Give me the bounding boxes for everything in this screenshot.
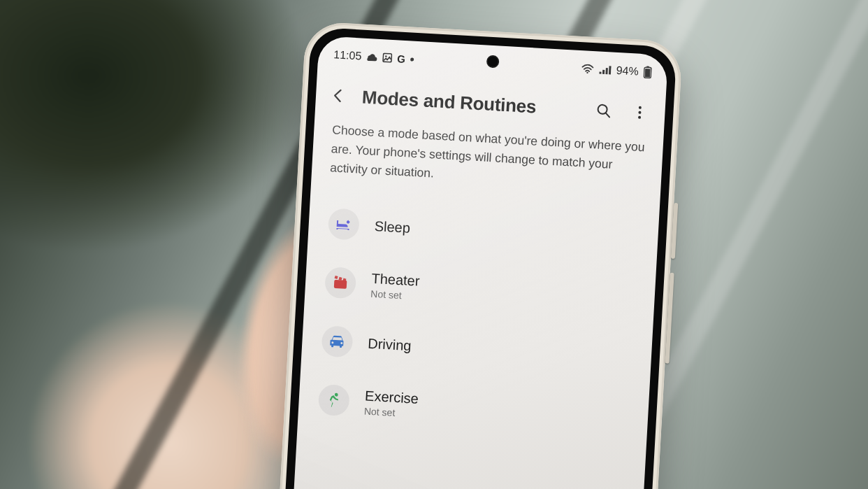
more-vertical-icon [631, 104, 649, 121]
search-button[interactable] [591, 97, 617, 124]
page-title: Modes and Routines [361, 86, 580, 120]
modes-list: Sleep Theater Not set Driving [298, 189, 660, 447]
mode-sub: Not set [370, 288, 419, 302]
image-icon [382, 52, 393, 63]
dot-icon [410, 57, 414, 61]
theater-icon [324, 267, 356, 299]
svg-point-15 [335, 393, 338, 397]
chevron-left-icon [329, 87, 347, 104]
svg-point-1 [385, 55, 387, 57]
svg-rect-9 [645, 69, 651, 77]
svg-point-2 [586, 72, 588, 74]
g-icon: G [397, 52, 406, 65]
cloud-icon [366, 52, 378, 62]
svg-rect-4 [602, 70, 605, 74]
battery-icon [643, 66, 652, 79]
back-button[interactable] [325, 83, 352, 109]
status-time: 11:05 [333, 48, 362, 62]
svg-rect-6 [609, 66, 612, 74]
battery-pct: 94% [616, 64, 639, 78]
more-button[interactable] [626, 99, 653, 126]
wifi-icon [581, 64, 594, 74]
mode-label: Driving [368, 336, 412, 354]
phone: 11:05 G 94% [264, 21, 683, 489]
svg-point-11 [639, 106, 642, 109]
signal-icon [598, 64, 612, 75]
search-icon [595, 101, 612, 119]
svg-rect-3 [599, 72, 601, 74]
mode-label: Exercise [365, 388, 419, 406]
svg-point-13 [638, 116, 641, 119]
mode-label: Sleep [374, 218, 410, 236]
bed-icon [328, 208, 360, 241]
exercise-icon [318, 384, 350, 416]
svg-rect-5 [605, 68, 607, 74]
phone-screen: 11:05 G 94% [279, 36, 668, 489]
mode-label: Theater [371, 271, 420, 290]
svg-point-12 [638, 111, 641, 114]
mode-sub: Not set [364, 405, 418, 419]
car-icon [321, 325, 353, 357]
svg-rect-8 [646, 66, 649, 67]
